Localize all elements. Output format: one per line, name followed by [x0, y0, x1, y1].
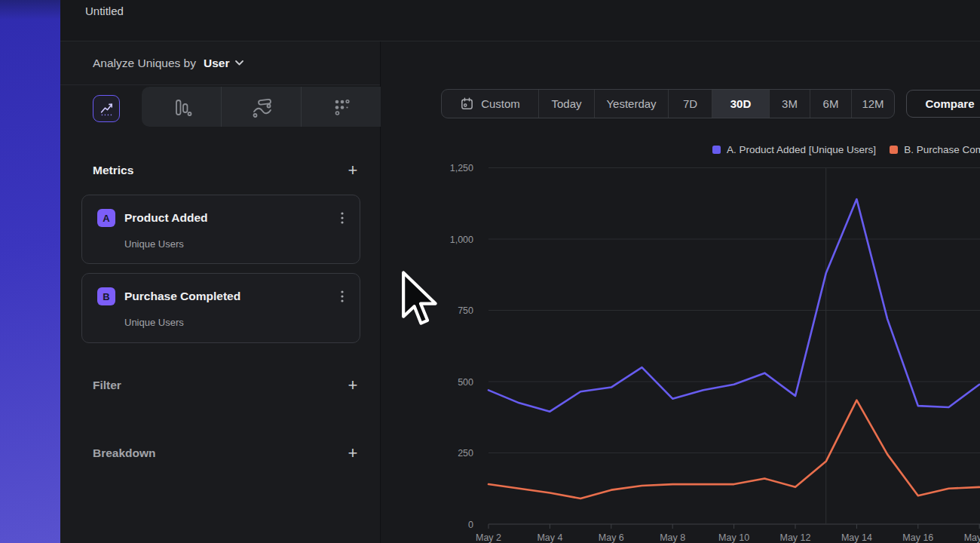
x-axis-tick: May 16 [902, 532, 933, 543]
tab-grid-dots[interactable] [301, 87, 381, 127]
kebab-menu-icon [341, 290, 344, 303]
breakdown-title: Breakdown [93, 446, 156, 460]
metric-card-purchase-completed[interactable]: B Purchase Completed Unique Users [81, 273, 360, 343]
line-chart-icon [97, 100, 115, 118]
analyze-label: Analyze Uniques by [93, 57, 196, 70]
add-filter-button[interactable]: + [346, 379, 360, 392]
metric-options-button[interactable] [337, 289, 348, 304]
range-label: Today [551, 97, 581, 110]
range-12m[interactable]: 12M [851, 90, 894, 118]
metric-name: Purchase Completed [124, 290, 240, 303]
range-label: Yesterday [606, 97, 656, 110]
range-30d[interactable]: 30D [712, 90, 769, 118]
line-chart[interactable]: 02505007501,0001,250May 2May 4May 6May 8… [381, 151, 980, 543]
app-window: Untitled Analyze Uniques by User [0, 0, 980, 543]
metrics-title: Metrics [93, 164, 133, 177]
range-label: 30D [730, 97, 752, 110]
compare-button[interactable]: Compare [906, 90, 980, 118]
analyze-row: Analyze Uniques by User [60, 41, 380, 85]
range-label: 3M [782, 97, 798, 110]
metric-measure: Unique Users [124, 238, 184, 250]
y-axis-tick: 1,000 [450, 235, 473, 245]
calendar-icon [460, 97, 474, 111]
x-axis-tick: May 8 [660, 532, 685, 543]
metric-options-button[interactable] [337, 210, 348, 225]
series-line [488, 400, 979, 499]
metric-badge-b: B [97, 287, 115, 305]
y-axis-tick: 0 [468, 520, 473, 530]
chart-panel: Custom Today Yesterday 7D 30D 3M 6M 12M … [381, 41, 980, 543]
tab-line-chart[interactable] [93, 95, 120, 122]
y-axis-tick: 250 [458, 448, 473, 459]
x-axis-tick: May 14 [841, 532, 872, 543]
add-breakdown-button[interactable]: + [346, 446, 360, 460]
series-line [488, 199, 979, 412]
analyze-by-value: User [204, 57, 229, 70]
range-3m[interactable]: 3M [769, 90, 810, 118]
filter-header: Filter + [93, 379, 360, 392]
tab-bar-chart[interactable] [142, 87, 221, 127]
query-sidebar: Analyze Uniques by User [60, 41, 381, 543]
x-axis-tick: May 12 [780, 532, 811, 543]
metric-badge-a: A [97, 209, 115, 227]
date-range-control: Custom Today Yesterday 7D 30D 3M 6M 12M [441, 89, 895, 118]
range-7d[interactable]: 7D [668, 90, 712, 118]
analyze-by-dropdown[interactable]: User [204, 57, 244, 70]
left-accent-strip [0, 0, 60, 543]
range-yesterday[interactable]: Yesterday [594, 90, 668, 118]
range-custom[interactable]: Custom [442, 90, 538, 118]
range-label: 6M [823, 97, 839, 110]
y-axis-tick: 1,250 [450, 163, 473, 173]
chevron-down-icon [234, 60, 244, 66]
range-today[interactable]: Today [538, 90, 594, 118]
document-title: Untitled [85, 5, 124, 17]
top-bar: Untitled [60, 0, 980, 41]
range-label: 12M [862, 97, 884, 110]
range-label: 7D [683, 97, 697, 110]
range-label: Custom [481, 97, 520, 110]
flows-icon [250, 96, 273, 118]
metric-measure: Unique Users [124, 317, 184, 328]
y-axis-tick: 750 [458, 305, 473, 316]
x-axis-tick: May 18 [964, 532, 980, 543]
x-axis-tick: May 2 [476, 532, 501, 543]
x-axis-tick: May 6 [599, 532, 624, 543]
chart-type-tabs [142, 87, 381, 127]
bar-chart-icon [170, 96, 193, 118]
x-axis-tick: May 4 [537, 532, 562, 543]
grid-dots-icon [330, 96, 353, 118]
y-axis-tick: 500 [458, 377, 473, 388]
add-metric-button[interactable]: + [346, 164, 360, 177]
filter-title: Filter [93, 379, 121, 392]
metrics-header: Metrics + [93, 164, 360, 177]
metric-card-product-added[interactable]: A Product Added Unique Users [81, 195, 360, 264]
x-axis-tick: May 10 [718, 532, 749, 543]
metric-name: Product Added [124, 211, 208, 225]
range-6m[interactable]: 6M [810, 90, 851, 118]
kebab-menu-icon [341, 211, 344, 225]
tab-flows[interactable] [221, 87, 301, 127]
breakdown-header: Breakdown + [93, 446, 360, 460]
